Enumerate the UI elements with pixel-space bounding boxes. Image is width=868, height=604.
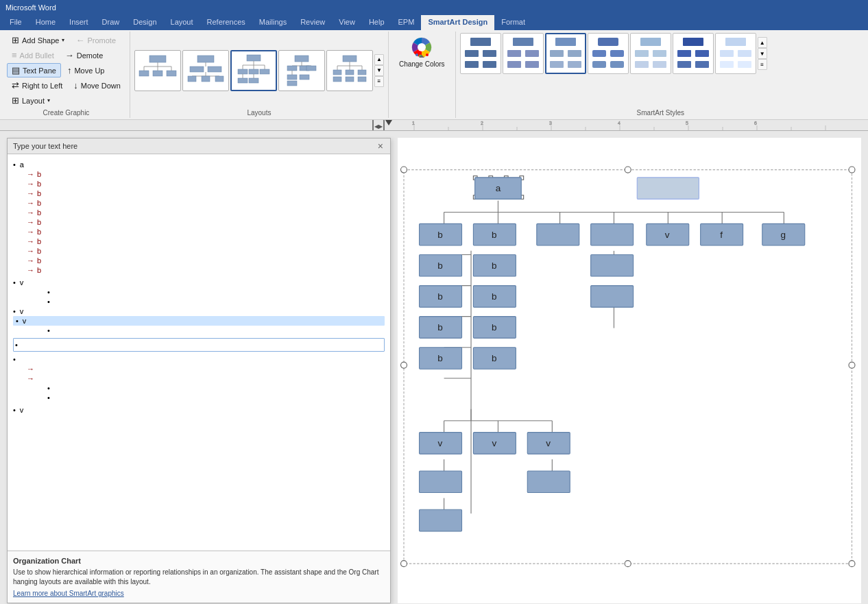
right-to-left-button[interactable]: ⇄ Right to Left (7, 78, 67, 93)
tab-view[interactable]: View (332, 15, 362, 30)
demote-button[interactable]: → Demote (60, 48, 108, 62)
layouts-scroll-more[interactable]: ≡ (374, 76, 384, 87)
tab-home[interactable]: Home (29, 15, 62, 30)
list-item[interactable] (13, 364, 385, 374)
layout-2[interactable] (182, 50, 229, 91)
style-5[interactable] (630, 33, 671, 74)
style-3[interactable] (545, 33, 586, 74)
info-title: Organization Chart (13, 557, 385, 565)
layout-4[interactable] (278, 50, 325, 91)
layout-5[interactable] (326, 50, 373, 91)
text-pane-title: Type your text here (13, 142, 77, 150)
style-4-svg (591, 36, 625, 71)
info-link[interactable]: Learn more about SmartArt graphics (13, 590, 124, 597)
list-item[interactable]: b (13, 217, 385, 227)
tab-epm[interactable]: EPM (391, 15, 422, 30)
list-item[interactable] (13, 354, 385, 364)
ruler: ◀ ▶ 1 2 3 4 5 6 (0, 120, 868, 131)
text-pane-list: a b b b b b b b b b b b v v v (13, 160, 385, 335)
list-item[interactable]: b (13, 169, 385, 179)
svg-rect-48 (333, 70, 341, 75)
svg-rect-94 (738, 61, 751, 68)
tab-insert[interactable]: Insert (62, 15, 95, 30)
list-item[interactable] (13, 393, 385, 402)
list-item[interactable] (13, 374, 385, 383)
style-4[interactable] (588, 33, 629, 74)
list-item[interactable]: b (13, 265, 385, 275)
info-description: Use to show hierarchical information or … (13, 568, 385, 587)
text-pane-close-button[interactable]: × (376, 141, 385, 151)
layout-1[interactable] (134, 50, 181, 91)
style-7[interactable] (715, 33, 756, 74)
right-to-left-label: Right to Left (22, 82, 62, 90)
svg-text:b: b (492, 291, 497, 302)
tab-layout[interactable]: Layout (164, 15, 200, 30)
right-to-left-icon: ⇄ (12, 80, 19, 90)
layout-4-svg (282, 54, 321, 87)
list-item[interactable] (13, 326, 385, 335)
add-bullet-button[interactable]: ≡ Add Bullet (7, 48, 59, 62)
text-pane-button[interactable]: ▤ Text Pane (7, 63, 61, 77)
create-graphic-group: ⊞ Add Shape ▾ ← Promote ≡ Add Bullet → D… (3, 32, 130, 118)
svg-rect-162 (637, 178, 699, 200)
style-5-svg (634, 36, 668, 71)
tab-review[interactable]: Review (293, 15, 332, 30)
list-item[interactable]: v (13, 405, 385, 415)
svg-rect-18 (247, 55, 261, 61)
layouts-scroll-up[interactable]: ▲ (374, 54, 384, 65)
ribbon: ⊞ Add Shape ▾ ← Promote ≡ Add Bullet → D… (0, 30, 868, 120)
change-colors-button[interactable]: Change Colors (393, 33, 451, 71)
style-2[interactable] (503, 33, 544, 74)
style-1[interactable] (460, 33, 501, 74)
svg-rect-39 (287, 75, 297, 80)
list-item[interactable]: b (13, 189, 385, 198)
create-graphic-buttons: ⊞ Add Shape ▾ ← Promote ≡ Add Bullet → D… (7, 33, 125, 108)
add-shape-button[interactable]: ⊞ Add Shape ▾ (7, 33, 69, 47)
list-item[interactable] (13, 287, 385, 297)
svg-rect-67 (525, 50, 539, 57)
text-pane-content[interactable]: a b b b b b b b b b b b v v v (8, 154, 390, 551)
change-colors-group: Change Colors x (389, 32, 456, 118)
selected-area[interactable] (13, 338, 385, 352)
list-item[interactable]: b (13, 179, 385, 189)
list-item[interactable]: b (13, 246, 385, 256)
layouts-scroll-down[interactable]: ▼ (374, 65, 384, 76)
tab-smartart[interactable]: SmartArt Design (421, 15, 494, 30)
move-down-button[interactable]: ↓ Move Down (69, 78, 125, 93)
tab-help[interactable]: Help (362, 15, 391, 30)
tab-file[interactable]: File (3, 15, 29, 30)
list-item[interactable]: b (13, 256, 385, 265)
list-item[interactable]: b (13, 227, 385, 237)
svg-point-122 (625, 167, 631, 173)
move-up-button[interactable]: ↑ Move Up (62, 63, 110, 77)
tab-design[interactable]: Design (126, 15, 163, 30)
list-item[interactable] (15, 340, 383, 350)
svg-rect-70 (555, 38, 576, 46)
tab-references[interactable]: References (200, 15, 252, 30)
style-6[interactable] (673, 33, 714, 74)
tab-format[interactable]: Format (494, 15, 532, 30)
svg-rect-88 (677, 61, 691, 68)
add-bullet-label: Add Bullet (20, 51, 54, 60)
list-item[interactable]: v (13, 306, 385, 316)
list-item-selected[interactable]: v (13, 316, 385, 326)
list-item[interactable] (13, 297, 385, 306)
list-item[interactable]: b (13, 237, 385, 246)
styles-scroll-down[interactable]: ▼ (758, 48, 767, 59)
svg-rect-82 (653, 50, 666, 57)
styles-scroll-up[interactable]: ▲ (758, 37, 767, 48)
layout-button[interactable]: ⊞ Layout ▾ (7, 93, 55, 108)
layout-3[interactable] (230, 50, 277, 91)
list-item[interactable]: a (13, 160, 385, 169)
list-item[interactable] (13, 383, 385, 393)
styles-scroll-more[interactable]: ≡ (758, 59, 767, 70)
tab-draw[interactable]: Draw (95, 15, 127, 30)
style-1-svg (463, 36, 498, 71)
list-item[interactable]: b (13, 208, 385, 217)
promote-button[interactable]: ← Promote (71, 33, 121, 47)
list-item[interactable]: v (13, 278, 385, 287)
canvas-area[interactable]: a b b v f g b b b (398, 138, 861, 603)
promote-icon: ← (75, 35, 84, 45)
tab-mailings[interactable]: Mailings (252, 15, 293, 30)
list-item[interactable]: b (13, 198, 385, 208)
